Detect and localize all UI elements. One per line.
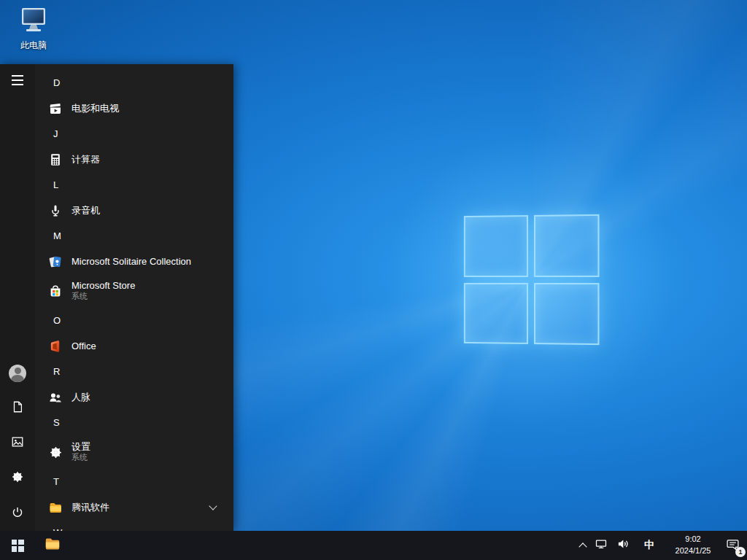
section-letter: O (53, 315, 61, 326)
app-item-label: 设置 (71, 441, 90, 453)
taskbar: 中 9:02 2024/1/25 1 (0, 531, 747, 560)
section-letter: M (53, 230, 61, 241)
all-apps-list: D 电影和电视 J (35, 64, 233, 531)
app-item-label: Microsoft Store (71, 280, 135, 292)
section-letter: J (53, 128, 58, 139)
app-item-label: 录音机 (71, 204, 100, 217)
windows-logo-pane (464, 282, 528, 344)
app-item-label: 电影和电视 (71, 102, 119, 115)
pictures-icon (11, 435, 24, 451)
section-header-w[interactable]: W (35, 520, 233, 531)
action-center-button[interactable]: 1 (721, 531, 747, 560)
app-item-subtitle: 系统 (71, 453, 90, 463)
app-item-label: Microsoft Solitaire Collection (71, 256, 191, 267)
section-header-j[interactable]: J (35, 121, 233, 147)
volume-button[interactable] (612, 531, 634, 560)
windows-logo-wallpaper (464, 214, 600, 345)
section-header-l[interactable]: L (35, 172, 233, 198)
folder-icon (47, 499, 63, 516)
app-item-subtitle: 系统 (71, 292, 135, 302)
network-icon (595, 537, 608, 553)
section-header-m[interactable]: M (35, 223, 233, 249)
file-explorer-icon (44, 535, 61, 556)
section-header-s[interactable]: S (35, 410, 233, 435)
section-header-r[interactable]: R (35, 359, 233, 384)
section-letter: D (53, 77, 60, 88)
windows-logo-icon (12, 540, 24, 552)
tray-overflow-button[interactable] (576, 531, 590, 560)
app-item-people[interactable]: 人脉 (35, 384, 233, 410)
app-item-solitaire[interactable]: Microsoft Solitaire Collection (35, 249, 233, 274)
app-item-label: 计算器 (71, 153, 100, 166)
start-menu-rail (0, 64, 35, 531)
power-button[interactable] (0, 496, 35, 531)
app-item-label: 人脉 (71, 391, 90, 404)
microphone-icon (47, 203, 63, 219)
chevron-up-icon (578, 542, 587, 551)
clock-date: 2024/1/25 (675, 545, 711, 557)
app-group-tencent[interactable]: 腾讯软件 (35, 494, 233, 520)
people-icon (47, 389, 63, 405)
microsoft-store-icon (47, 283, 63, 299)
hamburger-icon (12, 75, 23, 88)
app-item-calculator[interactable]: 计算器 (35, 147, 233, 172)
speaker-icon (616, 537, 630, 553)
user-account-button[interactable] (0, 356, 35, 391)
settings-gear-icon (47, 444, 63, 460)
windows-logo-pane (464, 215, 528, 277)
section-header-o[interactable]: O (35, 308, 233, 333)
chevron-down-icon (209, 502, 217, 510)
movies-tv-icon (47, 101, 63, 117)
app-item-settings[interactable]: 设置 系统 (35, 435, 233, 469)
gear-icon (11, 470, 24, 486)
computer-icon (18, 6, 50, 37)
start-menu: D 电影和电视 J (0, 64, 233, 531)
start-button[interactable] (0, 531, 35, 560)
clock[interactable]: 9:02 2024/1/25 (665, 531, 721, 560)
document-icon (11, 400, 24, 416)
this-pc-desktop-icon[interactable]: 此电脑 (6, 6, 61, 52)
file-explorer-button[interactable] (35, 531, 70, 560)
settings-button[interactable] (0, 461, 35, 496)
windows-logo-pane (533, 214, 599, 277)
app-item-voice-recorder[interactable]: 录音机 (35, 198, 233, 223)
section-letter: R (53, 366, 60, 377)
app-item-microsoft-store[interactable]: Microsoft Store 系统 (35, 274, 233, 308)
notification-count-badge: 1 (735, 547, 746, 557)
app-item-movies-tv[interactable]: 电影和电视 (35, 96, 233, 121)
user-avatar-icon (9, 365, 26, 382)
clock-time: 9:02 (675, 534, 711, 545)
section-letter: L (53, 179, 58, 190)
power-icon (11, 505, 24, 521)
section-header-t[interactable]: T (35, 469, 233, 494)
ime-language-label: 中 (638, 539, 660, 552)
app-item-office[interactable]: Office (35, 333, 233, 359)
section-header-d[interactable]: D (35, 70, 233, 96)
section-letter: T (53, 476, 59, 487)
pictures-button[interactable] (0, 426, 35, 461)
windows-logo-pane (533, 283, 599, 346)
system-tray: 中 9:02 2024/1/25 1 (576, 531, 747, 560)
section-letter: S (53, 417, 60, 428)
documents-button[interactable] (0, 391, 35, 426)
network-status-button[interactable] (590, 531, 612, 560)
calculator-icon (47, 152, 63, 168)
expand-menu-button[interactable] (0, 64, 35, 99)
solitaire-cards-icon (47, 254, 63, 270)
office-icon (47, 338, 63, 354)
ime-indicator[interactable]: 中 (634, 531, 665, 560)
app-item-label: Office (71, 341, 96, 351)
app-item-label: 腾讯软件 (71, 501, 109, 514)
this-pc-label: 此电脑 (20, 39, 47, 52)
